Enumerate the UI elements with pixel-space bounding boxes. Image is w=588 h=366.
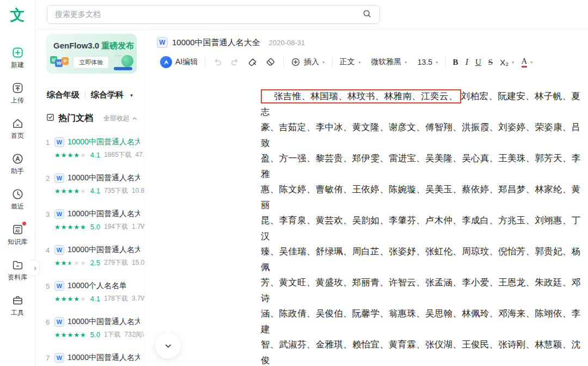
document-date: 2020-08-31	[269, 39, 305, 47]
document-body[interactable]: 张吉惟、林国瑞、林玟书、林雅南、江奕云、刘柏宏、阮建安、林子帆、夏志豪、吉茹定、…	[261, 89, 580, 366]
underline-button[interactable]: U	[475, 58, 481, 67]
caret-down-icon[interactable]: ▼	[129, 93, 133, 97]
rail-item-library[interactable]: 资料库	[8, 258, 27, 282]
doc-item-title: 10000中国普通人名大全	[68, 173, 140, 183]
hot-docs-list: 1W10000中国普通人名大全★★★★★★★★★★4.11865下载47.9W阅…	[46, 137, 140, 366]
font-color-button[interactable]: A ▾	[522, 57, 533, 68]
rail-item-new[interactable]: 新建	[8, 46, 27, 70]
rail-item-label: 上传	[11, 96, 24, 105]
assistant-icon	[11, 152, 24, 165]
promo-title: GenFlow3.0重磅发布	[53, 41, 137, 51]
paragraph-style-dropdown[interactable]: 正文 ▾	[340, 57, 361, 67]
strikethrough-button[interactable]: S	[488, 58, 493, 67]
word-doc-icon: W	[54, 209, 64, 219]
doc-text-line: 涵、陈政倩、吴俊伯、阮馨学、翁惠珠、吴思翰、林佩玲、邓海来、陈翊依、李建	[261, 306, 580, 337]
rating-value: 4.1	[90, 151, 100, 159]
knowledge-icon: AI	[11, 223, 24, 236]
hot-doc-item[interactable]: 3W10000中国普通人名大...★★★★★★★★★★5.0194下载1.7W阅…	[46, 209, 140, 231]
caret-down-icon: ▾	[436, 60, 438, 65]
star-rating: ★★★★★★★★★★	[54, 224, 87, 230]
doc-rank: 5	[46, 282, 51, 290]
home-icon	[11, 117, 24, 130]
wenku-logo[interactable]: 文	[10, 5, 25, 25]
doc-item-title: 10000中国普通人名大全	[68, 245, 140, 255]
doc-text-line: 智、武淑芬、金雅琪、赖怡宜、黄育霖、张仪湖、王俊民、张诗刚、林慧颖、沈俊	[261, 337, 580, 366]
promo-banner[interactable]: GenFlow3.0重磅发布 ⊞ W P 立即体验 ···	[46, 34, 137, 74]
hot-doc-item[interactable]: 6W10000中国普通人名大...★★★★★★★★★★5.01下载732阅读	[46, 317, 140, 339]
toolbox-icon	[11, 294, 24, 307]
italic-button[interactable]: I	[465, 57, 468, 67]
bold-button[interactable]: B	[453, 58, 458, 67]
insert-button[interactable]: 插入 ▾	[291, 57, 325, 67]
rail-item-assistant[interactable]: 助手	[8, 152, 27, 176]
download-count: 194下载	[104, 222, 128, 231]
notification-dot	[22, 222, 26, 225]
doc-rank: 1	[46, 138, 51, 147]
svg-text:AI: AI	[15, 228, 19, 233]
app-icon-ppt: P	[62, 57, 69, 65]
caret-down-icon: ▾	[405, 60, 407, 65]
doc-rank: 2	[46, 174, 51, 182]
rail-item-label: 知识库	[8, 237, 27, 247]
word-doc-icon: W	[54, 281, 64, 291]
rating-value: 4.1	[90, 295, 100, 303]
download-count: 178下载	[104, 294, 128, 303]
doc-rank: 7	[46, 354, 51, 362]
subscript-button[interactable]: X₂ ▾	[500, 58, 514, 67]
filter-grade[interactable]: 综合年级	[47, 90, 79, 100]
redo-button[interactable]	[230, 57, 240, 68]
doc-rank: 3	[46, 210, 51, 218]
download-count: 279下载	[104, 258, 128, 267]
hot-doc-item[interactable]: 4W10000中国普通人名大全★★★★★★★★★★2.5279下载15.0W阅读	[46, 245, 140, 267]
icon-rail: 文 新建上传首页助手最近AI知识库资料库工具	[0, 0, 35, 366]
ai-edit-button[interactable]: AI编辑	[160, 56, 198, 68]
hot-docs-icon	[46, 113, 55, 124]
word-doc-icon: W	[54, 137, 64, 147]
word-doc-icon: W	[54, 173, 64, 183]
hot-doc-item[interactable]: 5W10000个人名名单★★★★★★★★★★4.1178下载3.7W阅读	[46, 281, 140, 303]
rail-item-knowledge[interactable]: AI知识库	[8, 223, 27, 247]
promo-illustration: ···	[112, 55, 133, 69]
word-doc-icon: W	[54, 245, 64, 255]
hot-doc-item[interactable]: 7W10000中国普通人名大全★★★★★★★★★★4.541下载6068阅读	[46, 353, 140, 366]
rail-item-recent[interactable]: 最近	[8, 187, 27, 211]
plus-icon	[11, 46, 24, 59]
rail-item-label: 助手	[11, 167, 24, 176]
panel-collapse-handle[interactable]: ›	[31, 260, 40, 276]
collapse-all-button[interactable]: 全部收起	[103, 114, 138, 123]
format-painter-button[interactable]	[247, 57, 258, 68]
doc-rank: 6	[46, 318, 51, 326]
rail-item-tools[interactable]: 工具	[8, 294, 27, 318]
filter-subject[interactable]: 综合学科	[91, 90, 124, 100]
caret-down-icon: ▾	[322, 60, 324, 65]
hot-doc-item[interactable]: 2W10000中国普通人名大全★★★★★★★★★★4.1735下载10.8W阅读	[46, 173, 140, 196]
rail-item-home[interactable]: 首页	[8, 117, 27, 141]
doc-item-title: 10000个人名名单	[68, 281, 127, 291]
search-icon[interactable]	[362, 9, 372, 21]
font-size-dropdown[interactable]: 13.5 ▾	[418, 58, 438, 66]
rail-item-upload[interactable]: 上传	[8, 81, 27, 105]
doc-item-title: 10000中国普通人名大...	[68, 317, 140, 327]
ai-edit-icon	[160, 56, 172, 68]
edit-toolbar: AI编辑 插入 ▾ 正文 ▾ 微软雅黑 ▾ 13.5	[160, 53, 588, 71]
doc-text-line: 盈、方一强、黎芸贵、郑伊雯、雷进宝、吴美隆、吴心真、王美珠、郭芳天、李雅	[261, 151, 580, 182]
undo-button[interactable]	[212, 57, 223, 68]
doc-item-title: 10000中国普通人名大全	[68, 137, 140, 147]
hot-doc-item[interactable]: 1W10000中国普通人名大全★★★★★★★★★★4.11865下载47.9W阅…	[46, 137, 140, 160]
promo-cta-button[interactable]: 立即体验	[73, 56, 109, 69]
doc-text-line: 惠、陈文婷、曹敏侑、王依婷、陈婉璇、吴美玉、蔡依婷、郑昌梦、林家纶、黄丽	[261, 182, 580, 213]
rail-item-label: 新建	[11, 60, 24, 70]
doc-text-line: 豪、吉茹定、李中冰、黄文隆、谢彦文、傅智翔、洪振霞、刘姿婷、荣姿康、吕致	[261, 120, 580, 151]
folder-icon	[11, 258, 24, 271]
rating-value: 5.0	[90, 223, 100, 231]
search-input[interactable]: 搜索更多文档	[47, 5, 380, 24]
hot-docs-title: 热门文档	[58, 113, 93, 124]
star-rating: ★★★★★★★★★★	[54, 188, 87, 194]
doc-item-title: 10000中国普通人名大...	[68, 209, 140, 219]
scroll-down-button[interactable]	[155, 333, 181, 358]
doc-text-line: 昆、李育泉、黄芸欢、吴韵如、李肇芬、卢木仲、李成白、方兆玉、刘翊惠、丁汉	[261, 213, 580, 244]
eraser-button[interactable]	[265, 57, 276, 68]
font-family-dropdown[interactable]: 微软雅黑 ▾	[371, 57, 407, 67]
doc-text-line: 张吉惟、林国瑞、林玟书、林雅南、江奕云、刘柏宏、阮建安、林子帆、夏志	[261, 89, 580, 120]
rail-item-label: 首页	[11, 131, 24, 141]
